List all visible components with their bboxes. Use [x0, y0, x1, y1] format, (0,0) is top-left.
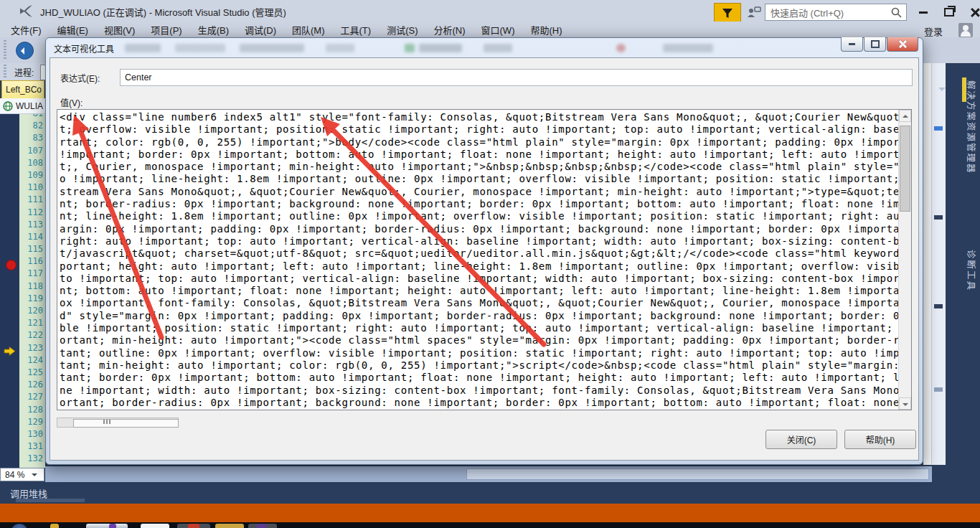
- line-number[interactable]: 120: [19, 305, 43, 317]
- tab-left-bconfirm[interactable]: Left_BCo: [1, 80, 44, 98]
- chevron-down-icon: [32, 473, 37, 479]
- line-number[interactable]: 111: [19, 194, 43, 206]
- dialog-close-button[interactable]: [887, 37, 918, 52]
- menu-item[interactable]: 帮助(H): [522, 22, 570, 38]
- line-number[interactable]: 110: [19, 182, 43, 194]
- value-line: <div class="line number6 index5 alt1" st…: [60, 111, 898, 123]
- value-line: rtant; color: rgb(0, 0, 255) !important;…: [60, 136, 898, 148]
- expression-input[interactable]: Center: [120, 69, 913, 86]
- value-line: to !important; top: auto !important; ver…: [60, 273, 898, 285]
- dialog-maximize-button[interactable]: [864, 37, 886, 52]
- dialog-minimize-button[interactable]: [841, 37, 863, 52]
- line-number[interactable]: 128: [19, 404, 43, 416]
- menu-item[interactable]: 文件(F): [3, 22, 50, 38]
- value-line: argin: 0px !important; padding: 0px !imp…: [60, 223, 898, 235]
- scrollbar-mark: [934, 126, 943, 131]
- line-number[interactable]: 130: [19, 428, 43, 440]
- menu-item[interactable]: 分析(N): [425, 22, 473, 38]
- line-number[interactable]: 125: [19, 367, 43, 379]
- value-textarea[interactable]: <div class="line number6 index5 alt1" st…: [57, 109, 912, 410]
- project-row[interactable]: WULIA: [0, 98, 45, 114]
- quick-launch-box[interactable]: 快速启动 (Ctrl+Q): [765, 4, 907, 21]
- scrollbar-mark: [934, 304, 943, 308]
- editor-vertical-scrollbar[interactable]: [931, 63, 946, 465]
- line-number[interactable]: 115: [19, 243, 43, 255]
- line-number[interactable]: 126: [19, 379, 43, 391]
- line-number[interactable]: 119: [19, 293, 43, 305]
- feedback-person-icon[interactable]: [747, 6, 761, 19]
- dialog-client-area: 表达式(E): Center 值(V): <div class="line nu…: [50, 57, 919, 461]
- hscroll-thumb[interactable]: [73, 419, 179, 428]
- line-number[interactable]: 83: [19, 132, 43, 144]
- editor-zoom-select[interactable]: 84 %: [0, 468, 44, 481]
- user-avatar-icon[interactable]: [958, 23, 973, 37]
- scrollbar-thumb[interactable]: [900, 126, 910, 212]
- menu-item[interactable]: 测试(S): [379, 22, 425, 38]
- menu-item[interactable]: 编辑(E): [50, 22, 96, 38]
- line-number[interactable]: 108: [19, 157, 43, 169]
- taskbar-app-icon[interactable]: [257, 524, 267, 528]
- line-number-column[interactable]: 8182831071081091101111121131141151161171…: [19, 108, 43, 468]
- scrollbar-mark: [934, 387, 943, 392]
- breakpoint-margin[interactable]: [0, 113, 19, 468]
- value-vertical-scrollbar[interactable]: [898, 110, 911, 410]
- line-number[interactable]: 124: [19, 354, 43, 367]
- line-number[interactable]: 127: [19, 391, 43, 403]
- scroll-down-button[interactable]: [899, 397, 911, 410]
- taskbar-pinned-icon[interactable]: [50, 524, 59, 528]
- menu-item[interactable]: 视图(V): [96, 22, 143, 38]
- line-number[interactable]: 114: [19, 231, 43, 243]
- sign-in-link[interactable]: 登录: [924, 24, 943, 38]
- taskbar-app-icon[interactable]: [109, 524, 116, 528]
- minimize-button[interactable]: [913, 4, 934, 20]
- line-number[interactable]: 117: [19, 268, 43, 280]
- menu-item[interactable]: 窗口(W): [473, 22, 523, 38]
- help-button[interactable]: 帮助(H): [844, 430, 916, 449]
- line-number[interactable]: 112: [19, 207, 43, 219]
- project-name: WULIA: [16, 101, 43, 111]
- line-number[interactable]: 131: [19, 440, 43, 453]
- close-button[interactable]: [964, 4, 980, 20]
- taskbar-app-icon[interactable]: [188, 524, 199, 528]
- menu-bar: 文件(F)编辑(E)视图(V)项目(P)生成(B)调试(D)团队(M)工具(T)…: [0, 22, 980, 37]
- value-line: ne !important; width: auto !important; b…: [60, 385, 898, 397]
- quick-launch-placeholder: 快速启动 (Ctrl+Q): [765, 6, 891, 19]
- value-horizontal-scrollbar[interactable]: [57, 418, 179, 428]
- restore-button[interactable]: [938, 4, 960, 20]
- menu-item[interactable]: 团队(M): [284, 22, 333, 38]
- value-line: ortant; min-height: auto !important;"><c…: [60, 334, 898, 346]
- editor-hscroll-thumb[interactable]: [466, 468, 929, 480]
- triangle-down-icon: [903, 403, 908, 406]
- feedback-filter-button[interactable]: [714, 3, 741, 24]
- navigate-back-icon[interactable]: [16, 42, 34, 60]
- taskbar-app-button[interactable]: [141, 524, 169, 528]
- line-number[interactable]: 113: [19, 219, 43, 231]
- restore-icon: [944, 8, 954, 16]
- chevron-down-icon[interactable]: [938, 88, 946, 95]
- close-dialog-button[interactable]: 关闭(C): [765, 430, 837, 449]
- taskbar-app-button[interactable]: [215, 524, 244, 528]
- menu-item[interactable]: 项目(P): [143, 22, 189, 38]
- menu-item[interactable]: 调试(D): [237, 22, 284, 38]
- line-number[interactable]: 129: [19, 416, 43, 428]
- scroll-up-button[interactable]: [899, 110, 911, 122]
- line-number[interactable]: 121: [19, 317, 43, 329]
- line-number[interactable]: 118: [19, 280, 43, 293]
- line-number[interactable]: 116: [19, 255, 43, 268]
- line-number[interactable]: 122: [19, 329, 43, 341]
- tab-solution-explorer[interactable]: 解决方案资源管理器: [964, 80, 979, 174]
- scrollbar-mark: [934, 215, 943, 220]
- ghost-toolbar-blob: [125, 44, 161, 52]
- taskbar-app-button[interactable]: [86, 524, 128, 528]
- line-number[interactable]: 123: [19, 342, 43, 354]
- line-number[interactable]: 82: [19, 120, 43, 132]
- line-number[interactable]: 107: [19, 145, 43, 157]
- tab-diagnostic-tools[interactable]: 诊断工具: [964, 250, 979, 291]
- menu-item[interactable]: 生成(B): [190, 22, 237, 38]
- value-line: stream Vera Sans Mono&quot;, &quot;Couri…: [60, 186, 898, 198]
- menu-item[interactable]: 工具(T): [333, 22, 380, 38]
- line-number[interactable]: 109: [19, 169, 43, 182]
- breakpoint-icon[interactable]: [6, 260, 17, 270]
- close-icon: [899, 40, 907, 48]
- line-number[interactable]: 132: [19, 453, 43, 465]
